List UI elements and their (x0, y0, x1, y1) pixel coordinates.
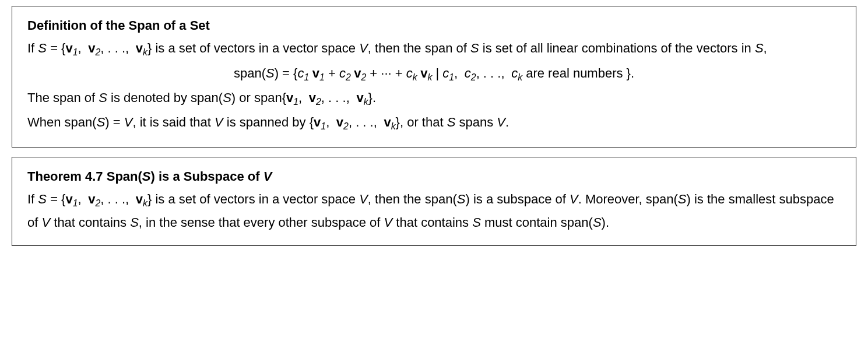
text: }, or that (396, 115, 447, 129)
text: , . . ., (321, 90, 353, 105)
sub: 1 (73, 48, 78, 58)
sub: 2 (316, 97, 321, 107)
text: | (432, 66, 442, 80)
text: ). (602, 215, 609, 230)
var-S: S (223, 90, 231, 105)
text: is denoted by span( (107, 90, 223, 105)
var-V: V (570, 192, 578, 206)
text: ) = { (275, 66, 298, 80)
text: , (298, 90, 305, 105)
text: , . . ., (100, 192, 132, 206)
var-S: S (472, 215, 481, 230)
var-S: S (457, 192, 466, 206)
sub: 1 (449, 72, 454, 82)
text: ) or span{ (231, 90, 286, 105)
sub: 2 (361, 72, 366, 82)
var-V: V (41, 215, 50, 230)
var-V: V (215, 115, 223, 129)
var-S: S (678, 192, 687, 206)
text: , it is said that (132, 115, 215, 129)
theorem-paragraph: If S = {v1, v2, . . ., vk} is a set of v… (27, 188, 841, 234)
text: ) is a Subspace of (151, 169, 263, 184)
vec-v1: v (314, 115, 321, 129)
text: , (326, 115, 333, 129)
text: , then the span( (368, 192, 457, 206)
var-S: S (99, 90, 107, 105)
text: that contains (50, 215, 130, 230)
theorem-title: Theorem 4.7 Span(S) is a Subspace of V (27, 166, 841, 187)
var-S: S (266, 66, 275, 80)
sub: 2 (96, 48, 101, 58)
text: are real numbers }. (522, 66, 634, 80)
sub: 1 (321, 122, 326, 132)
sub: 2 (96, 198, 101, 208)
var-V: V (359, 41, 368, 55)
sub: k (143, 48, 147, 58)
text: that contains (392, 215, 472, 230)
sub: k (364, 97, 368, 107)
var-V: V (124, 115, 133, 129)
text: = { (47, 41, 65, 55)
text: + ··· + (366, 66, 406, 80)
definition-paragraph-2: The span of S is denoted by span(S) or s… (27, 87, 841, 110)
sub: 1 (319, 72, 325, 82)
var-S: S (447, 115, 456, 129)
text: + (325, 66, 339, 80)
var-S: S (593, 215, 602, 230)
var-S: S (97, 115, 106, 129)
text: , then the span of (368, 41, 470, 55)
text: . (505, 115, 509, 129)
vec-v1: v (312, 66, 319, 80)
text: , (764, 41, 767, 55)
text: } is a set of vectors in a vector space (147, 41, 359, 55)
vec-v2: v (88, 192, 95, 206)
text: , (454, 66, 461, 80)
var-S: S (755, 41, 764, 55)
var-S: S (38, 41, 47, 55)
vec-v2: v (88, 41, 95, 55)
text: ) = (105, 115, 124, 129)
vec-vk: v (356, 90, 363, 105)
sub: 2 (471, 72, 476, 82)
vec-v2: v (354, 66, 361, 80)
definition-box: Definition of the Span of a Set If S = {… (12, 6, 856, 147)
text: ) is a subspace of (465, 192, 570, 206)
text: } is a set of vectors in a vector space (147, 192, 359, 206)
text: Theorem 4.7 Span( (27, 169, 142, 184)
var-S: S (130, 215, 139, 230)
sub: 2 (346, 72, 351, 82)
var-c1: c (442, 66, 449, 80)
text: is spanned by { (223, 115, 314, 129)
sub: 1 (293, 97, 298, 107)
var-c1: c (297, 66, 304, 80)
text: , . . ., (349, 115, 381, 129)
vec-v1: v (286, 90, 293, 105)
text: = { (47, 192, 65, 206)
definition-equation: span(S) = {c1v1 + c2v2 + ··· + ckvk | c1… (27, 62, 841, 86)
sub: k (143, 198, 147, 208)
text: is set of all linear combinations of the… (479, 41, 755, 55)
vec-v2: v (309, 90, 316, 105)
sub: 2 (343, 122, 349, 132)
var-S: S (470, 41, 479, 55)
vec-v1: v (65, 192, 72, 206)
sub: 1 (73, 198, 78, 208)
vec-vk: v (136, 192, 143, 206)
sub: k (413, 72, 417, 82)
text: If (27, 41, 38, 55)
var-V: V (263, 169, 272, 184)
var-V: V (497, 115, 505, 129)
text: spans (455, 115, 497, 129)
text: If (27, 192, 38, 206)
var-V: V (384, 215, 393, 230)
text: , (78, 192, 85, 206)
text: When span( (27, 115, 97, 129)
theorem-box: Theorem 4.7 Span(S) is a Subspace of V I… (12, 157, 856, 246)
vec-v2: v (336, 115, 343, 129)
vec-vk: v (420, 66, 427, 80)
text: , . . ., (100, 41, 132, 55)
var-S: S (142, 169, 151, 184)
sub: k (518, 72, 522, 82)
text: span( (234, 66, 266, 80)
var-c2: c (339, 66, 346, 80)
